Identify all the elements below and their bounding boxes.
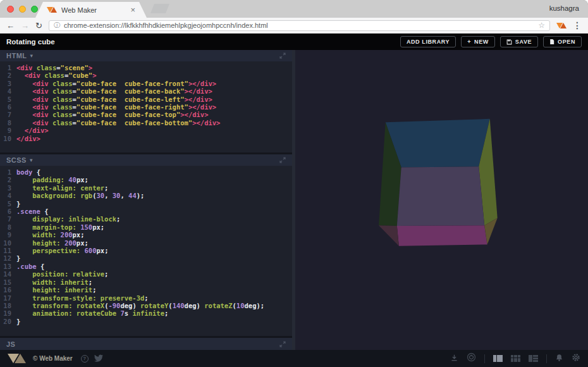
scss-pane: SCSS ▾ 1body {2 padding: 40px;3 text-ali… — [0, 154, 292, 336]
browser-menu-icon[interactable]: ⋮ — [573, 20, 582, 30]
code-line: 1<div class="scene"> — [0, 64, 292, 72]
code-text: .cube { — [16, 263, 44, 270]
code-line: 3 <div class="cube-face cube-face-front"… — [0, 80, 292, 87]
copyright-text: © Web Maker — [33, 355, 73, 362]
layout-columns-icon[interactable] — [493, 355, 503, 362]
new-button[interactable]: + NEW — [461, 36, 495, 47]
html-code-editor[interactable]: 1<div class="scene">2 <div class="cube">… — [0, 61, 292, 152]
code-text: padding: 40px; — [16, 176, 89, 184]
line-number: 5 — [0, 200, 16, 208]
code-text: margin-top: 150px; — [16, 223, 104, 231]
code-line: 20} — [0, 318, 292, 325]
footer-separator — [484, 354, 485, 363]
code-text: </div> — [16, 135, 40, 142]
expand-pane-icon[interactable] — [279, 341, 286, 347]
code-line: 8 <div class="cube-face cube-face-bottom… — [0, 119, 292, 127]
notifications-bell-icon[interactable] — [555, 353, 563, 364]
editor-column: HTML ▾ 1<div class="scene">2 <div class=… — [0, 50, 292, 350]
maximize-window-button[interactable] — [31, 6, 38, 13]
line-number: 15 — [0, 278, 16, 286]
close-window-button[interactable] — [7, 6, 14, 13]
browser-tab[interactable]: Web Maker × — [35, 2, 147, 18]
line-number: 1 — [0, 64, 16, 72]
forward-icon: → — [21, 22, 29, 30]
code-text: <div class="cube-face cube-face-back"></… — [16, 87, 212, 95]
expand-pane-icon[interactable] — [279, 53, 286, 59]
js-pane-label: JS — [6, 340, 15, 348]
help-icon[interactable]: ? — [81, 355, 89, 363]
layout-left-icon[interactable] — [529, 355, 538, 362]
settings-gear-icon[interactable] — [572, 353, 580, 364]
line-number: 6 — [0, 208, 16, 215]
code-text: transform-style: preserve-3d; — [16, 294, 149, 302]
code-line: 12} — [0, 254, 292, 262]
cube-face-corner-left — [379, 225, 399, 246]
line-number: 12 — [0, 254, 16, 262]
html-pane-header[interactable]: HTML ▾ — [0, 50, 292, 61]
back-icon[interactable]: ← — [6, 22, 15, 30]
expand-pane-icon[interactable] — [279, 157, 286, 163]
code-text: } — [16, 200, 20, 208]
code-line: 6.scene { — [0, 208, 292, 215]
layout-rows-icon[interactable] — [511, 355, 520, 362]
code-line: 6 <div class="cube-face cube-face-right"… — [0, 103, 292, 111]
scss-code-editor[interactable]: 1body {2 padding: 40px;3 text-align: cen… — [0, 166, 292, 336]
minimize-window-button[interactable] — [19, 6, 26, 13]
reload-icon[interactable]: ↻ — [35, 22, 42, 30]
footer-bar: © Web Maker ? — [0, 350, 588, 367]
footer-separator — [546, 354, 547, 363]
add-library-button[interactable]: ADD LIBRARY — [400, 36, 456, 47]
code-text: <div class="cube-face cube-face-front"><… — [16, 80, 216, 87]
code-line: 10</div> — [0, 135, 292, 142]
js-pane-header[interactable]: JS — [0, 338, 292, 350]
tab-close-icon[interactable]: × — [130, 6, 135, 14]
scss-pane-header[interactable]: SCSS ▾ — [0, 154, 292, 166]
save-button[interactable]: SAVE — [500, 36, 538, 47]
webmaker-favicon-icon — [47, 7, 57, 13]
twitter-icon[interactable] — [94, 353, 103, 364]
line-number: 2 — [0, 72, 16, 79]
url-text[interactable]: chrome-extension://lkfkkhfhhdkiemehlpkgj… — [64, 22, 534, 29]
profile-name[interactable]: kushagra — [549, 4, 579, 12]
url-bar[interactable]: ⓘ chrome-extension://lkfkkhfhhdkiemehlpk… — [49, 20, 550, 31]
line-number: 4 — [0, 87, 16, 95]
code-text: background: rgb(30, 30, 44); — [16, 192, 144, 199]
new-tab-button[interactable] — [150, 4, 169, 13]
scss-pane-label: SCSS — [6, 156, 27, 164]
add-library-label: ADD LIBRARY — [407, 39, 450, 45]
plus-icon: + — [467, 39, 471, 45]
code-line: 14 position: relative; — [0, 270, 292, 278]
line-number: 17 — [0, 294, 16, 302]
chevron-down-icon[interactable]: ▾ — [30, 158, 33, 163]
open-button[interactable]: OPEN — [543, 36, 582, 47]
download-icon[interactable] — [450, 353, 458, 364]
app-toolbar: Rotating cube ADD LIBRARY + NEW SAVE OPE… — [0, 34, 588, 50]
rotating-cube-render — [369, 116, 512, 259]
code-text: <div class="scene"> — [16, 64, 92, 72]
line-number: 8 — [0, 223, 16, 231]
webmaker-extension-icon[interactable] — [556, 23, 567, 28]
line-number: 9 — [0, 127, 16, 134]
file-icon — [549, 39, 554, 45]
line-number: 5 — [0, 96, 16, 103]
code-text: animation: rotateCube 7s infinite; — [16, 309, 168, 317]
project-title: Rotating cube — [6, 38, 55, 46]
line-number: 3 — [0, 80, 16, 87]
code-line: 19 animation: rotateCube 7s infinite; — [0, 309, 292, 317]
js-pane: JS — [0, 338, 292, 350]
code-text: height: 200px; — [16, 239, 89, 247]
footer-actions — [450, 352, 580, 364]
bookmark-star-icon[interactable]: ☆ — [538, 21, 545, 30]
line-number: 18 — [0, 302, 16, 309]
code-line: 4 <div class="cube-face cube-face-back">… — [0, 87, 292, 95]
code-text: <div class="cube-face cube-face-left"></… — [16, 96, 212, 103]
code-text: <div class="cube-face cube-face-top"></d… — [16, 111, 209, 118]
codepen-icon[interactable] — [467, 352, 476, 364]
line-number: 13 — [0, 263, 16, 270]
chevron-down-icon[interactable]: ▾ — [30, 53, 34, 59]
page-info-icon[interactable]: ⓘ — [54, 21, 60, 30]
line-number: 1 — [0, 168, 16, 176]
code-text: height: inherit; — [16, 286, 96, 294]
open-label: OPEN — [558, 39, 575, 45]
code-text: </div> — [16, 127, 49, 134]
